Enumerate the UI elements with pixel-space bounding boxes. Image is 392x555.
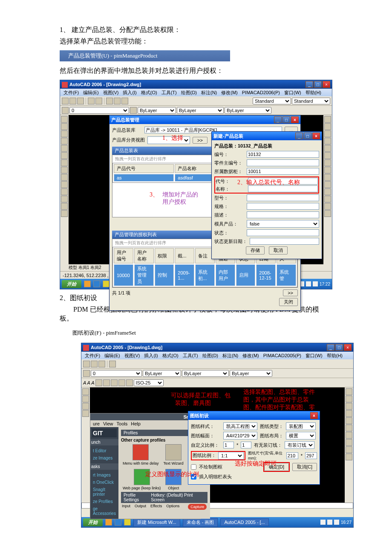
- xline-icon[interactable]: [82, 396, 89, 402]
- spline-icon[interactable]: [61, 167, 68, 173]
- cancel-button[interactable]: 取消: [269, 246, 288, 254]
- nav-editor[interactable]: t Editor: [92, 447, 117, 454]
- binding-select[interactable]: 有装订线: [285, 441, 314, 449]
- menu-pim[interactable]: PIMACAD2006(P): [242, 90, 280, 95]
- date-field[interactable]: [250, 238, 319, 245]
- profile-menu-delay[interactable]: Menu with time delay: [123, 444, 159, 465]
- start-button[interactable]: 开始: [62, 280, 81, 288]
- go-button[interactable]: >>: [193, 137, 208, 144]
- lineweight-combo[interactable]: ByLayer: [230, 370, 272, 377]
- linetype-combo[interactable]: ByLayer: [177, 107, 224, 114]
- stretch-icon[interactable]: [324, 174, 331, 181]
- extend-icon[interactable]: [346, 446, 352, 453]
- layer-icon[interactable]: [83, 370, 90, 377]
- menu-view[interactable]: 视图(V): [103, 90, 119, 96]
- dim-icon[interactable]: [103, 379, 110, 386]
- dim-h-field[interactable]: [305, 452, 317, 459]
- col-username[interactable]: 用户名称: [134, 248, 154, 263]
- setting-input[interactable]: Input: [122, 504, 130, 510]
- quick-launch-icon[interactable]: [93, 280, 100, 287]
- linetype-combo[interactable]: ByLayer: [182, 370, 229, 377]
- ratio-select[interactable]: 1:1: [218, 452, 244, 460]
- col-perm[interactable]: 权限: [155, 248, 174, 263]
- desc-field[interactable]: [247, 211, 319, 218]
- quick-launch-icon[interactable]: [115, 519, 121, 526]
- tray-icon[interactable]: [320, 520, 326, 525]
- menu-item-text[interactable]: 产品总装管理(U) - pimManageProduct: [68, 52, 157, 60]
- setting-output[interactable]: Output: [135, 504, 146, 510]
- menu-help[interactable]: 帮助(H): [327, 353, 343, 359]
- nav-organize[interactable]: ze Images: [92, 454, 117, 462]
- layout-select[interactable]: 横置: [286, 432, 316, 439]
- tool-new-icon[interactable]: [83, 361, 90, 367]
- xline-icon[interactable]: [61, 123, 68, 130]
- color-combo[interactable]: ByLayer: [138, 107, 176, 114]
- tool-paste-icon[interactable]: [121, 98, 128, 104]
- mirror-icon[interactable]: [324, 130, 331, 137]
- close-dialog-button[interactable]: 关闭: [279, 298, 298, 306]
- profile-text-wizard[interactable]: Text Wizard: [164, 444, 184, 465]
- tray-icon[interactable]: [306, 281, 311, 286]
- save-button[interactable]: 存储: [246, 246, 265, 254]
- nav-accessories[interactable]: ge Accessories: [92, 505, 117, 517]
- pline-icon[interactable]: [82, 403, 89, 410]
- menu-format[interactable]: 格式(O): [141, 90, 157, 96]
- part-field[interactable]: [247, 159, 319, 166]
- np-max-button[interactable]: □: [304, 133, 311, 139]
- quick-launch-icon[interactable]: [103, 280, 110, 287]
- dim-w-field[interactable]: [286, 452, 298, 459]
- dim-icon[interactable]: [95, 379, 102, 386]
- drawing-area-2[interactable]: 可以选择是工程图、包 装图、磨具图 选择装配图、总装图、零件 图，其中产品图对于…: [90, 387, 345, 503]
- col-code[interactable]: 产品代号: [114, 164, 174, 173]
- menu-window[interactable]: 窗口(W): [284, 90, 301, 96]
- setting-effects[interactable]: Effects: [150, 504, 162, 510]
- color-combo[interactable]: ByLayer: [143, 370, 181, 377]
- menu-draw[interactable]: 绘图(D): [181, 90, 197, 96]
- name-field[interactable]: [248, 185, 318, 192]
- lineweight-combo[interactable]: ByLayer: [225, 107, 271, 114]
- capture-button[interactable]: Capture: [188, 504, 207, 510]
- tool-new-icon[interactable]: [62, 98, 69, 104]
- copy-obj-icon[interactable]: [324, 123, 331, 130]
- tool-open-icon[interactable]: [91, 361, 98, 367]
- explode-icon[interactable]: [324, 210, 331, 217]
- menu-format[interactable]: 格式(O): [162, 353, 179, 359]
- minimize-button[interactable]: _: [306, 81, 313, 88]
- extend-icon[interactable]: [324, 188, 331, 195]
- point-icon[interactable]: [61, 188, 68, 195]
- nav-oneclick[interactable]: n OneClick: [92, 479, 117, 486]
- snagit-menu-tools[interactable]: Tools: [117, 421, 128, 426]
- style-combo-2[interactable]: Standard: [292, 98, 330, 104]
- dlg-close-button[interactable]: ×: [291, 116, 299, 123]
- table-row[interactable]: 10000 系统管理员 控制 2009-1... 系统初... 内部用户 启用 …: [114, 264, 296, 286]
- nav-printer[interactable]: SnagIt printer: [92, 486, 117, 498]
- menu-modify[interactable]: 修改(M): [221, 90, 238, 96]
- menu-view[interactable]: 视图(V): [124, 353, 140, 359]
- circle-icon[interactable]: [61, 159, 68, 166]
- menu-insert[interactable]: 插入(I): [144, 353, 158, 359]
- start-button[interactable]: 开始: [83, 518, 103, 526]
- col-userid[interactable]: 用户编号: [114, 248, 133, 263]
- polygon-icon[interactable]: [61, 138, 68, 145]
- nav-profiles[interactable]: ze Profiles: [92, 498, 117, 505]
- layer-icon[interactable]: [62, 107, 69, 114]
- hatch-icon[interactable]: [61, 181, 68, 188]
- tool-save-icon[interactable]: [98, 361, 105, 367]
- dlg-max-button[interactable]: □: [282, 116, 290, 123]
- custom-h-field[interactable]: [241, 442, 251, 448]
- task-item[interactable]: AutoCAD 2005 - [...: [220, 518, 268, 526]
- style-combo-1[interactable]: Standard: [253, 98, 291, 104]
- setting-options[interactable]: Options: [166, 504, 179, 510]
- trim-icon[interactable]: [346, 439, 352, 446]
- size-select[interactable]: A4#210*297: [223, 432, 257, 439]
- menu-file[interactable]: 文件(F): [63, 90, 79, 96]
- tray-icon[interactable]: [313, 281, 318, 286]
- code-field[interactable]: [247, 151, 319, 158]
- rect-icon[interactable]: [61, 145, 68, 152]
- spec-field[interactable]: [247, 203, 319, 210]
- array-icon[interactable]: [324, 145, 331, 152]
- tool-print-icon[interactable]: [88, 98, 95, 104]
- cabinet-field[interactable]: [247, 168, 319, 175]
- dlg-min-button[interactable]: _: [274, 116, 282, 123]
- tool-preview-icon[interactable]: [95, 98, 102, 104]
